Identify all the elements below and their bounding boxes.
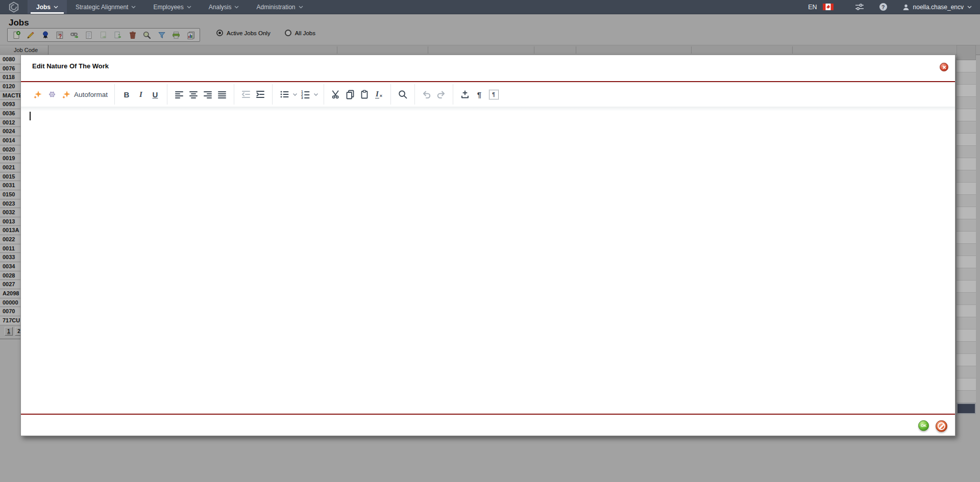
autoformat-sparkle-icon bbox=[61, 89, 71, 99]
cancel-button[interactable] bbox=[936, 420, 947, 432]
language-selector[interactable]: EN bbox=[808, 4, 817, 11]
paragraph-button[interactable]: ¶ bbox=[472, 87, 486, 102]
ok-label: OK bbox=[921, 423, 926, 428]
main-menu: Jobs Strategic Alignment Employees Analy… bbox=[28, 0, 312, 14]
chevron-down-icon bbox=[234, 6, 239, 9]
menu-item-jobs[interactable]: Jobs bbox=[28, 0, 67, 14]
autoformat-button[interactable]: Autoformat bbox=[59, 87, 110, 102]
align-center-icon bbox=[188, 89, 199, 99]
align-left-icon bbox=[174, 89, 184, 99]
bulleted-list-dropdown[interactable] bbox=[291, 87, 298, 102]
menu-item-label: Employees bbox=[153, 4, 183, 11]
menu-item-label: Strategic Alignment bbox=[76, 4, 128, 11]
underline-button[interactable]: U bbox=[148, 87, 162, 102]
menu-item-employees[interactable]: Employees bbox=[144, 0, 200, 14]
ai-sparkle-button[interactable] bbox=[31, 87, 45, 102]
username: noella.chase_encv bbox=[913, 4, 964, 11]
justify-button[interactable] bbox=[215, 87, 229, 102]
preferences-sliders-icon[interactable] bbox=[855, 4, 864, 10]
app-logo-icon bbox=[8, 2, 19, 13]
copy-icon bbox=[345, 89, 355, 99]
bulleted-list-button[interactable] bbox=[277, 87, 291, 102]
cut-button[interactable] bbox=[329, 87, 343, 102]
toolbar-separator bbox=[272, 84, 273, 105]
align-right-button[interactable] bbox=[201, 87, 215, 102]
toolbar-separator bbox=[390, 84, 391, 105]
nav-right-group: EN ? bbox=[808, 0, 980, 14]
show-blocks-icon: ¶ bbox=[489, 90, 499, 99]
copy-button[interactable] bbox=[343, 87, 357, 102]
remove-format-letter: I bbox=[375, 90, 379, 98]
settings-gear-icon bbox=[47, 89, 57, 99]
dialog-title: Edit Nature Of The Work bbox=[32, 62, 109, 70]
indent-button[interactable] bbox=[253, 87, 267, 102]
paste-button[interactable] bbox=[357, 87, 372, 102]
import-button[interactable] bbox=[458, 87, 472, 102]
menu-item-label: Jobs bbox=[36, 4, 51, 11]
toolbar-separator bbox=[234, 84, 234, 105]
show-blocks-button[interactable]: ¶ bbox=[486, 87, 501, 102]
align-left-button[interactable] bbox=[172, 87, 186, 102]
undo-icon bbox=[422, 89, 432, 99]
chevron-down-icon bbox=[967, 6, 972, 9]
redo-icon bbox=[436, 89, 446, 99]
app-root: Jobs Strategic Alignment Employees Analy… bbox=[0, 0, 980, 482]
align-center-button[interactable] bbox=[186, 87, 201, 102]
user-menu[interactable]: noella.chase_encv bbox=[902, 4, 972, 11]
svg-text:3: 3 bbox=[301, 96, 303, 99]
user-icon bbox=[902, 4, 910, 11]
toolbar-separator bbox=[324, 84, 324, 105]
edit-nature-of-work-dialog: Edit Nature Of The Work Autoformat B I U bbox=[20, 55, 955, 436]
chevron-down-icon bbox=[313, 93, 318, 96]
find-replace-button[interactable] bbox=[396, 87, 410, 102]
chevron-down-icon bbox=[299, 6, 303, 9]
ok-button[interactable]: OK bbox=[918, 420, 929, 431]
toolbar-separator bbox=[114, 84, 115, 105]
ai-sparkle-icon bbox=[33, 89, 43, 99]
chevron-down-icon bbox=[131, 6, 136, 9]
settings-gear-button[interactable] bbox=[45, 87, 59, 102]
justify-icon bbox=[217, 89, 227, 99]
menu-item-administration[interactable]: Administration bbox=[248, 0, 311, 14]
app-logo[interactable] bbox=[0, 0, 28, 14]
menu-item-label: Administration bbox=[256, 4, 295, 11]
import-icon bbox=[460, 89, 470, 99]
text-caret bbox=[30, 112, 31, 120]
numbered-list-dropdown[interactable] bbox=[312, 87, 319, 102]
undo-button[interactable] bbox=[420, 87, 434, 102]
bulleted-list-icon bbox=[279, 89, 289, 99]
dialog-footer: OK bbox=[21, 415, 955, 436]
toolbar-separator bbox=[167, 84, 167, 105]
chevron-down-icon bbox=[54, 6, 58, 9]
menu-item-label: Analysis bbox=[209, 4, 232, 11]
top-nav: Jobs Strategic Alignment Employees Analy… bbox=[0, 0, 980, 14]
outdent-icon bbox=[241, 89, 251, 99]
close-icon[interactable] bbox=[940, 63, 948, 71]
editor-toolbar: Autoformat B I U bbox=[21, 82, 955, 107]
remove-format-icon: I × bbox=[375, 90, 382, 98]
align-right-icon bbox=[203, 89, 213, 99]
canada-flag-icon bbox=[823, 4, 834, 10]
menu-item-analysis[interactable]: Analysis bbox=[200, 0, 248, 14]
toolbar-separator bbox=[453, 84, 453, 105]
numbered-list-button[interactable]: 123 bbox=[298, 87, 312, 102]
find-icon bbox=[398, 89, 408, 99]
indent-icon bbox=[255, 89, 265, 99]
bold-button[interactable]: B bbox=[119, 87, 134, 102]
editor-content[interactable] bbox=[21, 107, 955, 414]
chevron-down-icon bbox=[187, 6, 191, 9]
autoformat-label: Autoformat bbox=[74, 91, 108, 98]
remove-format-x: × bbox=[380, 93, 382, 98]
outdent-button[interactable] bbox=[239, 87, 253, 102]
chevron-down-icon bbox=[292, 93, 298, 96]
cut-icon bbox=[331, 89, 341, 99]
menu-item-strategic-alignment[interactable]: Strategic Alignment bbox=[67, 0, 144, 14]
italic-button[interactable]: I bbox=[134, 87, 148, 102]
redo-button[interactable] bbox=[434, 87, 448, 102]
numbered-list-icon: 123 bbox=[300, 89, 310, 99]
remove-format-button[interactable]: I × bbox=[372, 87, 386, 102]
help-icon[interactable]: ? bbox=[879, 3, 887, 11]
toolbar-separator bbox=[414, 84, 415, 105]
paste-icon bbox=[359, 89, 370, 99]
